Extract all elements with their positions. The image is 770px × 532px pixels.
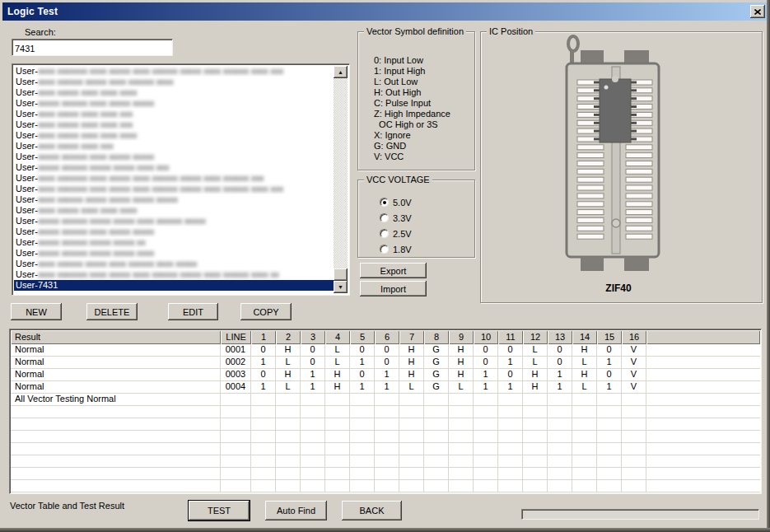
scrollbar-thumb[interactable] <box>334 268 348 281</box>
test-button[interactable]: TEST <box>188 500 250 521</box>
column-header-result[interactable]: Result <box>11 330 221 344</box>
column-header-pin[interactable]: 14 <box>572 330 597 344</box>
cell-pin <box>572 394 597 406</box>
list-item[interactable]: User-xxxxx xxxxxx xxxx xxxxx xxxxx <box>14 98 334 109</box>
list-scrollbar[interactable]: ▲ ▼ <box>334 66 348 293</box>
list-item[interactable]: User-xxxxx xxxxxx xxxx xxxxx xxxxx <box>14 152 334 162</box>
list-item[interactable]: User-xxxx xxxxx xxxx xxxx xxxx <box>14 130 334 141</box>
ic-chip <box>600 79 631 142</box>
column-header-pin[interactable]: 12 <box>523 330 548 344</box>
list-item[interactable]: User-xxxxx xxxxxx xxxxx xxxxx xxxx <box>14 248 334 259</box>
list-item[interactable]: User-xxxx xxxxx xxxx xxxx xxxx <box>14 87 334 98</box>
back-button[interactable]: BACK <box>342 501 402 520</box>
table-row-empty[interactable] <box>11 480 760 492</box>
list-item[interactable]: User-xxxxx xxxxxx xxxxx xxxxx xxxx xxxxx… <box>14 216 334 226</box>
list-item[interactable]: User-xxxxx xxxxxx xxxxx xxxxx xx <box>14 237 334 248</box>
column-header-pin[interactable]: 3 <box>301 330 325 344</box>
export-button[interactable]: Export <box>360 263 427 278</box>
column-header-pin[interactable]: 4 <box>325 330 350 344</box>
list-item[interactable]: User-xxxxx xxxxxx xxxxx xxxxx xxxx xxx <box>14 162 334 173</box>
column-header-pin[interactable]: 13 <box>548 330 572 344</box>
cell-pin <box>449 468 474 480</box>
table-row-empty[interactable] <box>11 406 760 418</box>
column-header-pin[interactable]: 9 <box>449 330 474 344</box>
auto-find-button[interactable]: Auto Find <box>265 501 327 520</box>
cell-pin <box>548 406 572 418</box>
column-header-line[interactable]: LINE <box>221 330 251 344</box>
list-item[interactable]: User-xxxx xxxxxxx xxxx xxxxx xxxx xxxxxx… <box>14 173 334 184</box>
radio-icon[interactable] <box>380 198 389 207</box>
vcc-option[interactable]: 5.0V <box>380 194 412 210</box>
column-header-pin[interactable]: 10 <box>474 330 498 344</box>
list-item[interactable]: User-xxxx xxxxxx xxxxx xxxxx xxxxx xxxxx <box>14 194 334 205</box>
cell-pin: 0 <box>375 344 399 357</box>
vcc-option[interactable]: 3.3V <box>380 210 412 226</box>
scrollbar-down-button[interactable]: ▼ <box>334 281 348 293</box>
radio-icon[interactable] <box>380 229 389 238</box>
cell-pin <box>622 455 646 468</box>
list-item[interactable]: User-xxxx xxxxxx xxxxx xxxx xxxxxx xxxx … <box>14 259 334 269</box>
vcc-option[interactable]: 1.8V <box>380 241 412 257</box>
cell-pin <box>523 443 548 455</box>
vector-symbol-line: V: VCC <box>374 152 450 162</box>
column-header-pin[interactable]: 16 <box>622 330 646 344</box>
column-header-pin[interactable]: 15 <box>597 330 622 344</box>
edit-button[interactable]: EDIT <box>168 303 218 320</box>
radio-icon[interactable] <box>380 213 389 222</box>
cell-pin <box>523 455 548 468</box>
cell-filler <box>646 357 760 369</box>
titlebar[interactable]: Logic Test <box>2 2 768 21</box>
device-listbox[interactable]: User-xxxx xxxxxxx xxxx xxxxx xxxx xxxxxx… <box>12 63 350 296</box>
table-row-empty[interactable] <box>11 418 760 431</box>
cell-pin <box>474 443 498 455</box>
list-item[interactable]: User-xxxx xxxxx xxxx xxxx xxx <box>14 119 334 130</box>
cell-line: 0003 <box>221 369 251 381</box>
list-item[interactable]: User-xxxxx xxxxxx xxxx xxxxx xxxxx <box>14 226 334 237</box>
column-header-pin[interactable]: 8 <box>424 330 449 344</box>
cell-pin <box>548 418 572 431</box>
vcc-option[interactable]: 2.5V <box>380 226 412 241</box>
close-button[interactable] <box>750 5 765 18</box>
list-item[interactable]: User-xxxx xxxxx xxxx xxxx xxx <box>14 109 334 119</box>
column-header-pin[interactable]: 6 <box>375 330 399 344</box>
table-row[interactable]: Normal00010H0L00HGH00L0H0V <box>11 344 760 357</box>
new-button[interactable]: NEW <box>11 303 62 320</box>
cell-pin <box>399 406 424 418</box>
cell-pin <box>597 406 622 418</box>
table-row[interactable]: Normal00030H1H01HGH10H1H0V <box>11 369 760 381</box>
table-row[interactable]: Normal00041L1H11LGL11H1L1V <box>11 381 760 394</box>
table-row-empty[interactable] <box>11 443 760 455</box>
list-item[interactable]: User-xxxx xxxxxxx xxxx xxxxx xxxx xxxxxx… <box>14 184 334 194</box>
table-row-empty[interactable] <box>11 431 760 443</box>
search-input[interactable] <box>12 39 173 56</box>
cell-pin <box>276 418 301 431</box>
cell-pin <box>597 468 622 480</box>
column-header-pin[interactable]: 5 <box>350 330 375 344</box>
table-row-empty[interactable] <box>11 455 760 468</box>
list-item[interactable]: User-xxxx xxxxx xxxx xxxx xxxx <box>14 205 334 216</box>
list-item[interactable]: User-xxxx xxxxx xxxx xxx <box>14 141 334 152</box>
cell-pin <box>375 431 399 443</box>
list-item[interactable]: User-xxxx xxxxxxx xxxx xxxxx xxxx xxxxxx… <box>14 66 334 77</box>
list-item[interactable]: User-xxxx xxxxxx xxxxx xxxx xxxxxx xxxx <box>14 77 334 87</box>
cell-pin <box>350 406 375 418</box>
cell-pin <box>622 431 646 443</box>
table-row-empty[interactable] <box>11 468 760 480</box>
copy-button[interactable]: COPY <box>240 303 292 320</box>
list-item-selected[interactable]: User-7431 <box>14 280 334 291</box>
scrollbar-up-button[interactable]: ▲ <box>334 66 348 78</box>
cell-filler <box>646 455 760 468</box>
list-item[interactable]: User-xxxx xxxxxxx xxxx xxxxx xxxx xxxxxx… <box>14 269 334 280</box>
column-header-pin[interactable]: 1 <box>251 330 276 344</box>
cell-pin <box>251 418 276 431</box>
delete-button[interactable]: DELETE <box>86 303 138 320</box>
column-header-pin[interactable]: 7 <box>399 330 424 344</box>
radio-icon[interactable] <box>380 245 389 254</box>
column-header-pin[interactable]: 2 <box>276 330 301 344</box>
import-button[interactable]: Import <box>360 281 427 296</box>
column-header-pin[interactable]: 11 <box>498 330 523 344</box>
cell-pin <box>424 406 449 418</box>
cell-filler <box>646 381 760 394</box>
table-row[interactable]: Normal00021L0L10HGH01L0L1V <box>11 357 760 369</box>
table-row-summary[interactable]: All Vector Testing Normal <box>11 394 760 406</box>
